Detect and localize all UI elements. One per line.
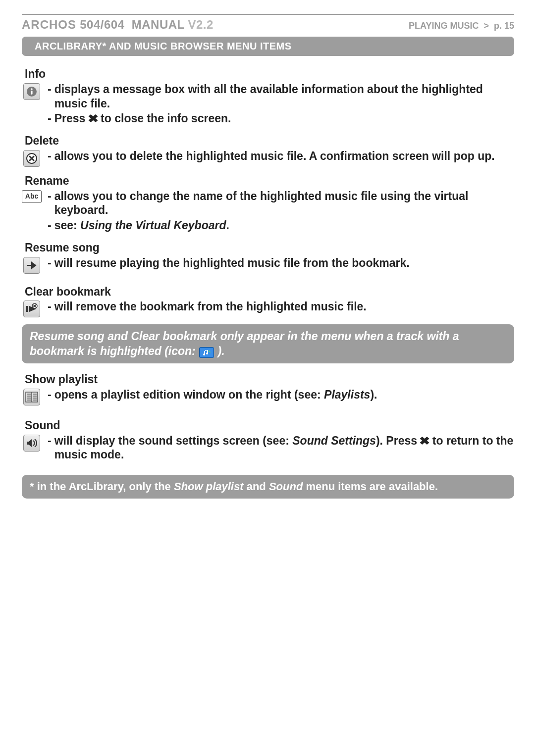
manual-page: ARCHOS 504/604 MANUAL V2.2 PLAYING MUSIC… — [0, 0, 535, 756]
rename-b2b: Using the Virtual Keyboard — [80, 219, 226, 232]
note2b: Show playlist — [174, 480, 244, 493]
brand: ARCHOS — [22, 18, 76, 31]
rename-b1: allows you to change the name of the hig… — [54, 189, 514, 218]
note1b: ). — [218, 345, 225, 357]
top-rule — [22, 14, 514, 15]
rename-icon: Abc — [22, 189, 42, 203]
show-b1b: Playlists — [324, 388, 370, 401]
rename-b2c: . — [226, 219, 229, 232]
item-clear-bookmark: Clear bookmark - will remove the bookmar… — [22, 285, 514, 318]
item-show-playlist: Show playlist — [22, 372, 514, 405]
item-title: Sound — [25, 418, 514, 433]
note2c: and — [244, 480, 269, 493]
item-delete: Delete - allows you to delete the highli… — [22, 134, 514, 167]
item-title: Info — [25, 67, 514, 81]
delete-b1: allows you to delete the highlighted mus… — [54, 149, 514, 163]
info-icon — [22, 82, 42, 100]
svg-point-1 — [31, 88, 33, 90]
info-b2b: to close the info screen. — [98, 112, 231, 125]
sound-b1a: will display the sound settings screen (… — [54, 434, 293, 447]
item-title: Show playlist — [25, 372, 514, 387]
note1a: Resume song and Clear bookmark only appe… — [30, 330, 459, 357]
x-icon: ✖ — [88, 112, 99, 125]
note-arclibrary: * in the ArcLibrary, only the Show playl… — [22, 475, 514, 499]
bookmark-music-icon — [199, 347, 214, 358]
sound-b1c: ). Press — [376, 434, 421, 447]
model: 504/604 — [80, 18, 124, 31]
item-sound: Sound - will display the sound settings … — [22, 418, 514, 463]
item-info: Info - displays a message box with all t… — [22, 67, 514, 127]
crumb-sep: > — [483, 21, 489, 31]
svg-rect-2 — [31, 91, 32, 95]
note2e: menu items are available. — [303, 480, 438, 493]
manual-label: MANUAL — [132, 18, 185, 31]
playlist-icon — [22, 388, 42, 405]
show-b1c: ). — [370, 388, 377, 401]
info-b1a: displays a message box with all the avai… — [54, 83, 470, 96]
sound-icon — [22, 434, 42, 452]
clear-bookmark-icon — [22, 300, 42, 317]
item-rename: Rename Abc - allows you to change the na… — [22, 174, 514, 234]
item-resume: Resume song - will resume playing the hi… — [22, 241, 514, 274]
item-title: Rename — [25, 174, 514, 188]
page-header: ARCHOS 504/604 MANUAL V2.2 PLAYING MUSIC… — [22, 18, 514, 32]
breadcrumb: PLAYING MUSIC > p. 15 — [409, 21, 514, 31]
show-b1a: opens a playlist edition window on the r… — [54, 388, 324, 401]
info-b2a: Press — [54, 112, 89, 125]
section-title: ARCLIBRARY* AND MUSIC BROWSER MENU ITEMS — [35, 41, 292, 51]
note2d: Sound — [269, 480, 303, 493]
note2a: * in the ArcLibrary, only the — [30, 480, 174, 493]
resume-icon — [22, 256, 42, 274]
section-title-bar: ARCLIBRARY* AND MUSIC BROWSER MENU ITEMS — [22, 37, 514, 56]
crumb-section: PLAYING MUSIC — [409, 21, 479, 31]
clear-b1: will remove the bookmark from the highli… — [54, 300, 514, 314]
item-title: Clear bookmark — [25, 285, 514, 299]
item-title: Delete — [25, 134, 514, 148]
rename-b2a: see: — [54, 219, 80, 232]
content: Info - displays a message box with all t… — [22, 67, 514, 499]
delete-icon — [22, 149, 42, 167]
resume-b1: will resume playing the highlighted musi… — [54, 256, 514, 270]
note-resume-clear: Resume song and Clear bookmark only appe… — [22, 324, 514, 363]
item-title: Resume song — [25, 241, 514, 255]
header-left: ARCHOS 504/604 MANUAL V2.2 — [22, 18, 214, 32]
x-icon: ✖ — [420, 434, 430, 448]
sound-b1b: Sound Settings — [292, 434, 376, 447]
version: V2.2 — [188, 18, 214, 31]
crumb-page: p. 15 — [494, 21, 514, 31]
